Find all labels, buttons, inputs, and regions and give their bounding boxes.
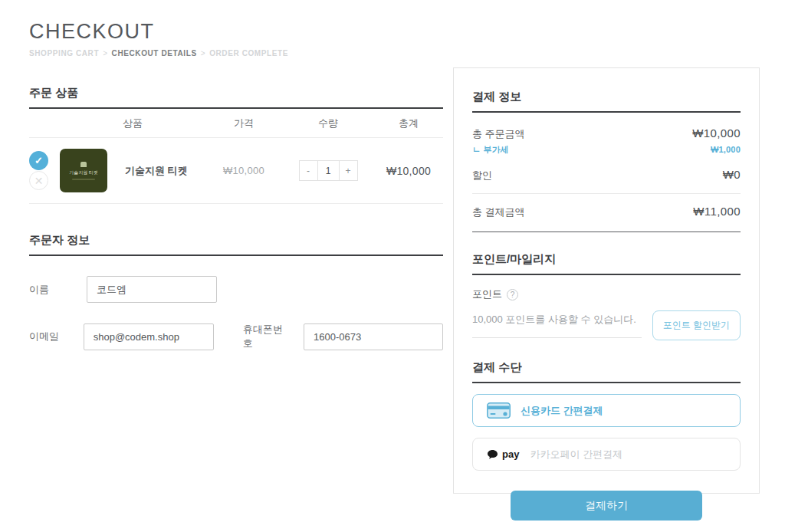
credit-card-icon bbox=[487, 402, 511, 419]
name-label: 이름 bbox=[29, 283, 87, 297]
payment-info-section: 결제 정보 총 주문금액 ₩10,000 ㄴ 부가세 ₩1,000 할인 ₩0 … bbox=[472, 90, 741, 232]
column-header-product: 상품 bbox=[60, 117, 205, 130]
vat-value: ₩1,000 bbox=[711, 145, 741, 154]
points-section: 포인트/마일리지 포인트 ? 10,000 포인트를 사용할 수 있습니다. 포… bbox=[472, 252, 741, 340]
breadcrumb-separator: > bbox=[103, 49, 107, 57]
final-total-row: 총 결제금액 ₩11,000 bbox=[472, 205, 741, 219]
section-title-payment-info: 결제 정보 bbox=[472, 90, 741, 113]
discount-row: 할인 ₩0 bbox=[472, 168, 741, 182]
vat-row: ㄴ 부가세 ₩1,000 bbox=[472, 144, 741, 156]
breadcrumb-shopping-cart[interactable]: SHOPPING CART bbox=[29, 49, 99, 57]
product-image-decoration bbox=[72, 179, 95, 180]
email-field[interactable] bbox=[84, 323, 214, 350]
breadcrumb-separator: > bbox=[201, 49, 205, 57]
table-row: ✓ ✕ 기술지원 티켓 기술지원 티켓 ₩10,000 - 1 + ₩10,00… bbox=[29, 138, 443, 204]
divider bbox=[472, 232, 741, 232]
page-header: CHECKOUT SHOPPING CART>CHECKOUT DETAILS>… bbox=[29, 20, 288, 57]
help-icon[interactable]: ? bbox=[507, 289, 518, 300]
product-total: ₩10,000 bbox=[374, 165, 443, 177]
section-title-points: 포인트/마일리지 bbox=[472, 252, 741, 275]
order-total-value: ₩10,000 bbox=[692, 126, 741, 140]
form-row-name: 이름 bbox=[29, 276, 443, 303]
email-label: 이메일 bbox=[29, 330, 84, 343]
points-label-row: 포인트 ? bbox=[472, 287, 741, 301]
product-image-label: 기술지원 티켓 bbox=[69, 169, 98, 176]
section-title-order-items: 주문 상품 bbox=[29, 86, 443, 109]
vat-label: ㄴ 부가세 bbox=[472, 144, 509, 156]
item-selected-check-icon[interactable]: ✓ bbox=[29, 151, 48, 170]
product-image: 기술지원 티켓 bbox=[60, 149, 107, 192]
item-remove-icon[interactable]: ✕ bbox=[29, 171, 48, 190]
item-selection-controls: ✓ ✕ bbox=[29, 151, 60, 190]
points-label: 포인트 bbox=[472, 287, 502, 301]
quantity-stepper: - 1 + bbox=[282, 160, 374, 181]
pay-button[interactable]: 결제하기 bbox=[511, 491, 702, 521]
discount-label: 할인 bbox=[472, 169, 492, 182]
final-total-label: 총 결제금액 bbox=[472, 205, 525, 219]
section-title-payment-method: 결제 수단 bbox=[472, 360, 741, 383]
kakaopay-brand: pay bbox=[502, 448, 519, 460]
column-header-price: 가격 bbox=[205, 117, 282, 130]
phone-label: 휴대폰번호 bbox=[243, 323, 290, 350]
breadcrumb: SHOPPING CART>CHECKOUT DETAILS>ORDER COM… bbox=[29, 49, 288, 57]
page-title: CHECKOUT bbox=[29, 20, 288, 44]
product-price: ₩10,000 bbox=[205, 165, 282, 176]
payment-method-section: 결제 수단 신용카드 간편결제 pa bbox=[472, 360, 741, 521]
kakaopay-icon bbox=[487, 449, 498, 460]
product-name: 기술지원 티켓 bbox=[117, 164, 205, 178]
quantity-increase-button[interactable]: + bbox=[339, 160, 358, 181]
apply-points-button[interactable]: 포인트 할인받기 bbox=[652, 310, 741, 340]
order-total-row: 총 주문금액 ₩10,000 bbox=[472, 126, 741, 141]
final-total-value: ₩11,000 bbox=[693, 205, 741, 218]
payment-panel: 결제 정보 총 주문금액 ₩10,000 ㄴ 부가세 ₩1,000 할인 ₩0 … bbox=[453, 67, 760, 494]
ticket-icon bbox=[80, 162, 87, 167]
breadcrumb-order-complete: ORDER COMPLETE bbox=[209, 49, 288, 57]
order-total-label: 총 주문금액 bbox=[472, 127, 525, 141]
orderer-info-section: 주문자 정보 이름 이메일 휴대폰번호 bbox=[29, 233, 443, 350]
payment-method-kakaopay[interactable]: pay 카카오페이 간편결제 bbox=[472, 438, 741, 471]
points-available-message: 10,000 포인트를 사용할 수 있습니다. bbox=[472, 313, 642, 338]
points-usage-row: 10,000 포인트를 사용할 수 있습니다. 포인트 할인받기 bbox=[472, 310, 741, 340]
quantity-value[interactable]: 1 bbox=[318, 160, 339, 181]
phone-field[interactable] bbox=[304, 323, 443, 350]
column-header-total: 총계 bbox=[374, 117, 443, 130]
payment-method-kakao-label: 카카오페이 간편결제 bbox=[530, 448, 622, 461]
divider bbox=[472, 193, 741, 194]
payment-method-card[interactable]: 신용카드 간편결제 bbox=[472, 394, 741, 427]
quantity-decrease-button[interactable]: - bbox=[299, 160, 318, 181]
name-field[interactable] bbox=[87, 276, 217, 303]
discount-value: ₩0 bbox=[723, 168, 741, 181]
checkout-page: CHECKOUT SHOPPING CART>CHECKOUT DETAILS>… bbox=[0, 0, 785, 532]
order-column: 주문 상품 상품 가격 수량 총계 ✓ ✕ 기술지원 티켓 기술지원 티켓 bbox=[29, 86, 443, 350]
breadcrumb-checkout-details: CHECKOUT DETAILS bbox=[112, 49, 197, 57]
section-title-orderer-info: 주문자 정보 bbox=[29, 233, 443, 256]
payment-method-card-label: 신용카드 간편결제 bbox=[521, 404, 603, 418]
order-items-section: 주문 상품 상품 가격 수량 총계 ✓ ✕ 기술지원 티켓 기술지원 티켓 bbox=[29, 86, 443, 204]
form-row-contact: 이메일 휴대폰번호 bbox=[29, 323, 443, 350]
order-table-header: 상품 가격 수량 총계 bbox=[29, 109, 443, 138]
column-header-quantity: 수량 bbox=[282, 117, 374, 130]
